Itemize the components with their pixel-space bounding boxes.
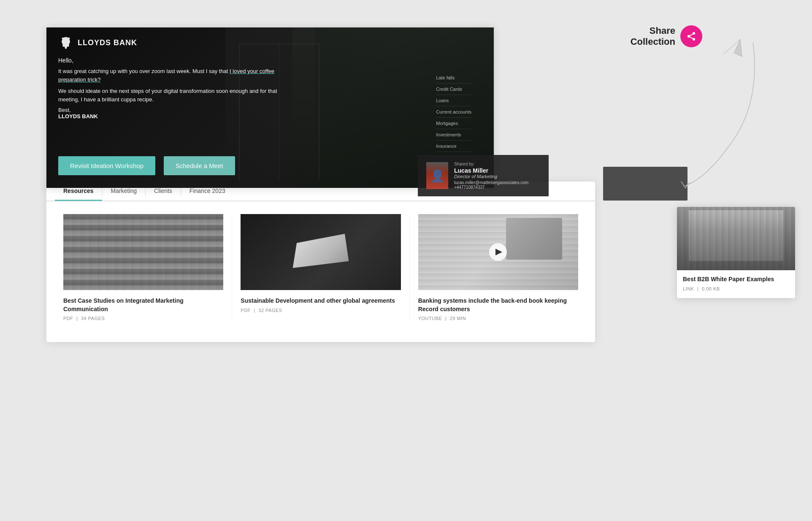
bank-logo: LLOYDS BANK (58, 35, 137, 50)
share-collection-button[interactable] (680, 25, 702, 47)
letter-sign: Best, (58, 107, 482, 113)
dark-overlay-decoration (603, 167, 687, 201)
card-title-binders: Best Case Studies on Integrated Marketin… (63, 297, 223, 313)
meta-sep-handshake: | (254, 308, 255, 313)
content-card-handshake: Sustainable Development and other global… (232, 214, 409, 321)
sharer-email: lucas.miller@mattlebergassociates.com (454, 180, 540, 185)
handshake-image (241, 214, 401, 290)
sharer-avatar-image (426, 162, 448, 189)
share-collection-area: Share Collection (631, 25, 702, 48)
card-meta-b2b: LINK | 0.00 KB (677, 286, 795, 291)
play-button[interactable] (489, 243, 507, 261)
card-title-handshake: Sustainable Development and other global… (241, 297, 401, 305)
card-title-b2b: Best B2B White Paper Examples (677, 275, 795, 284)
content-card-binders: Best Case Studies on Integrated Marketin… (55, 214, 232, 321)
share-collection-label: Share Collection (631, 25, 675, 48)
menu-item-5: Mortgages (436, 118, 471, 129)
shared-by-card: Shared by: Lucas Miller Director of Mark… (418, 155, 549, 196)
svg-point-1 (687, 35, 690, 38)
content-card-banking: Banking systems include the back-end boo… (410, 214, 587, 321)
meta-sep-binders: | (76, 316, 78, 321)
svg-marker-5 (720, 39, 746, 62)
horse-icon (58, 35, 73, 50)
card-thumb-binders (63, 214, 223, 290)
letter-content: Hello, It was great catching up with you… (58, 57, 482, 119)
sharer-phone: +447710874337 (454, 185, 540, 190)
sharer-title: Director of Marketing (454, 174, 540, 179)
menu-item-6: Investments (436, 129, 471, 141)
meta-detail-handshake: 32 Pages (258, 308, 282, 313)
card-thumb-handshake (241, 214, 401, 290)
letter-company: LLOYDS BANK (58, 113, 482, 119)
card-meta-handshake: PDF | 32 Pages (241, 308, 401, 313)
sharer-avatar (426, 162, 448, 189)
paper-plane-decoration (718, 37, 750, 69)
schedule-meet-button[interactable]: Schedule a Meet (164, 156, 235, 175)
revisit-workshop-button[interactable]: Revisit Ideation Workshop (58, 156, 155, 175)
sharer-name: Lucas Miller (454, 167, 540, 174)
letter-para-1: It was great catching up with you over z… (58, 67, 286, 84)
cards-row: Best Case Studies on Integrated Marketin… (46, 201, 595, 325)
shared-by-label: Shared by: (454, 162, 540, 166)
svg-line-4 (690, 34, 693, 36)
bank-hero-card: Late falls Credit Cards Loans Current ac… (46, 27, 494, 188)
svg-point-0 (693, 32, 695, 35)
card-title-banking: Banking systems include the back-end boo… (418, 297, 578, 313)
card-meta-binders: PDF | 34 PAges (63, 316, 223, 321)
meta-type-handshake: PDF (241, 308, 251, 313)
card-thumb-banking (418, 214, 578, 290)
meta-detail-banking: 29 Min (450, 316, 466, 321)
meta-detail-binders: 34 PAges (81, 316, 105, 321)
card-meta-banking: YOUTUBE | 29 Min (418, 316, 578, 321)
main-container: Share Collection (0, 0, 812, 521)
letter-para-2: We should ideate on the next steps of yo… (58, 87, 286, 103)
bank-name: LLOYDS BANK (78, 38, 137, 47)
floating-card-b2b: Best B2B White Paper Examples LINK | 0.0… (677, 207, 795, 298)
meta-type-b2b: LINK (683, 286, 694, 291)
sharer-info: Shared by: Lucas Miller Director of Mark… (454, 162, 540, 190)
building-image-b2b (677, 207, 795, 270)
svg-line-3 (690, 37, 693, 39)
binders-image (63, 214, 223, 290)
cta-buttons-container: Revisit Ideation Workshop Schedule a Mee… (58, 156, 235, 175)
meta-sep-banking: | (445, 316, 447, 321)
menu-item-7: Insurance (436, 141, 471, 152)
meta-sep-b2b: | (697, 286, 698, 291)
play-button-overlay (418, 214, 578, 290)
meta-type-banking: YOUTUBE (418, 316, 442, 321)
svg-point-2 (693, 38, 695, 41)
meta-type-binders: PDF (63, 316, 73, 321)
meta-detail-b2b: 0.00 KB (702, 286, 720, 291)
resources-panel: Resources Marketing Clients Finance 2023… (46, 182, 595, 342)
letter-greeting: Hello, (58, 57, 482, 64)
card-thumb-b2b (677, 207, 795, 270)
share-icon (686, 31, 696, 41)
